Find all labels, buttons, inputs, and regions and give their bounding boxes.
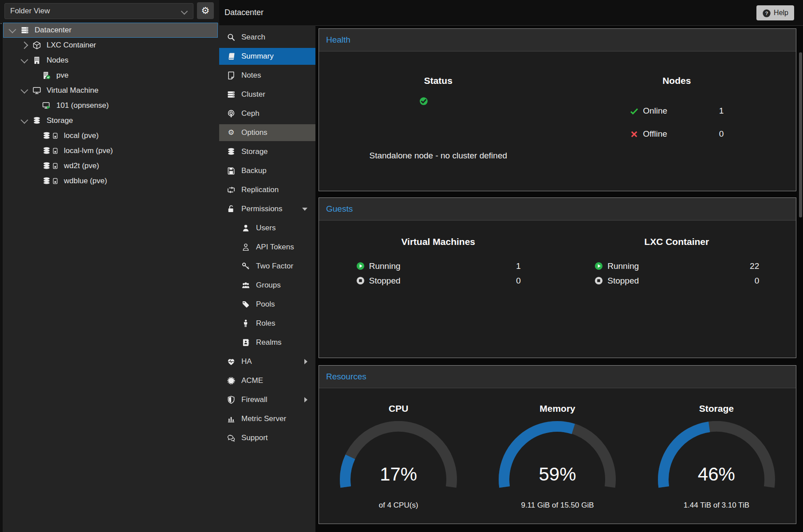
menu-item-label: Cluster bbox=[241, 90, 265, 99]
book-icon bbox=[227, 52, 236, 61]
menu-item-summary[interactable]: Summary bbox=[219, 48, 315, 65]
tree-item-datacenter[interactable]: Datacenter bbox=[3, 23, 218, 38]
gauge-percent: 59% bbox=[491, 464, 624, 485]
menu-item-notes[interactable]: Notes bbox=[219, 67, 315, 84]
tree-item-virtual-machine[interactable]: Virtual Machine bbox=[3, 83, 218, 98]
caret-right-icon bbox=[304, 397, 307, 402]
tree-item-pve[interactable]: pve bbox=[3, 68, 218, 83]
menu-item-options[interactable]: ⚙Options bbox=[219, 124, 315, 141]
tree-item-lxc-container[interactable]: LXC Container bbox=[3, 38, 218, 53]
status-row-label: Stopped bbox=[369, 276, 401, 286]
menu-item-firewall[interactable]: Firewall bbox=[219, 391, 315, 408]
gauge-percent: 46% bbox=[650, 464, 783, 485]
unlock-icon bbox=[227, 205, 236, 213]
shield-icon bbox=[227, 395, 236, 404]
status-row-value: 0 bbox=[516, 276, 521, 286]
chevron-right-icon[interactable] bbox=[21, 42, 28, 49]
drive-icon bbox=[52, 162, 59, 170]
chevron-down-icon[interactable] bbox=[21, 116, 28, 124]
health-panel-body: Status Standalone node - no cluster defi… bbox=[319, 51, 796, 161]
resource-tree: DatacenterLXC ContainerNodespveVirtual M… bbox=[3, 23, 218, 189]
status-row-label: Running bbox=[607, 261, 639, 271]
tree-item-101-opnsense[interactable]: 101 (opnsense) bbox=[3, 98, 218, 113]
database-icon bbox=[42, 162, 51, 170]
gauge-arc: 46% bbox=[650, 421, 783, 490]
tree-item-label: LXC Container bbox=[47, 41, 96, 50]
key-icon bbox=[241, 262, 250, 271]
search-icon bbox=[227, 33, 236, 42]
server-icon bbox=[20, 26, 29, 35]
ceph-icon bbox=[227, 109, 236, 118]
gauge-arc: 59% bbox=[491, 421, 624, 490]
menu-item-realms[interactable]: Realms bbox=[219, 334, 315, 351]
menu-item-label: Ceph bbox=[241, 109, 260, 118]
tree-item-label: Nodes bbox=[47, 56, 68, 65]
cube-icon bbox=[32, 41, 41, 50]
help-button-label: Help bbox=[774, 9, 788, 17]
menu-item-acme[interactable]: ACME bbox=[219, 372, 315, 389]
tree-settings-button[interactable]: ⚙ bbox=[197, 2, 214, 19]
drive-icon bbox=[52, 131, 59, 140]
guests-column-lxc-container: LXC ContainerRunning22Stopped0 bbox=[558, 221, 796, 288]
building-icon bbox=[32, 56, 41, 65]
tree-item-label: 101 (opnsense) bbox=[56, 101, 109, 110]
vm-running-icon bbox=[42, 101, 51, 110]
menu-item-api-tokens[interactable]: API Tokens bbox=[219, 239, 315, 256]
guests-panel-body: Virtual MachinesRunning1Stopped0LXC Cont… bbox=[319, 221, 796, 288]
tree-item-wdblue-pve[interactable]: wdblue (pve) bbox=[3, 173, 218, 189]
chevron-down-icon[interactable] bbox=[21, 86, 28, 94]
status-row-label: Offline bbox=[643, 129, 667, 139]
menu-item-pools[interactable]: Pools bbox=[219, 296, 315, 313]
tree-item-label: wdblue (pve) bbox=[64, 177, 107, 185]
tree-item-nodes[interactable]: Nodes bbox=[3, 53, 218, 68]
chevron-down-icon[interactable] bbox=[21, 56, 28, 63]
menu-item-metric-server[interactable]: Metric Server bbox=[219, 410, 315, 427]
view-mode-select[interactable]: Folder View bbox=[4, 3, 193, 19]
menu-item-permissions[interactable]: Permissions bbox=[219, 201, 315, 217]
tree-item-wd2t-pve[interactable]: wd2t (pve) bbox=[3, 158, 218, 173]
status-row-online: Online1 bbox=[630, 99, 724, 122]
tree-item-storage[interactable]: Storage bbox=[3, 113, 218, 128]
menu-item-users[interactable]: Users bbox=[219, 220, 315, 236]
help-button[interactable]: ? Help bbox=[756, 5, 794, 20]
menu-item-cluster[interactable]: Cluster bbox=[219, 86, 315, 103]
node-online-icon bbox=[42, 71, 51, 80]
proxmox-app: Folder View ⚙ DatacenterLXC ContainerNod… bbox=[0, 0, 803, 532]
content-header-bar: Datacenter ? Help bbox=[219, 0, 803, 25]
health-status-column: Status Standalone node - no cluster defi… bbox=[319, 51, 558, 161]
page-title: Datacenter bbox=[219, 8, 264, 17]
menu-item-ceph[interactable]: Ceph bbox=[219, 105, 315, 122]
menu-item-two-factor[interactable]: Two Factor bbox=[219, 258, 315, 275]
chevron-down-icon[interactable] bbox=[9, 26, 16, 33]
menu-item-replication[interactable]: Replication bbox=[219, 181, 315, 198]
person-icon bbox=[241, 319, 250, 328]
status-row-running: Running1 bbox=[356, 259, 521, 273]
caret-right-icon bbox=[304, 359, 307, 364]
menu-item-groups[interactable]: Groups bbox=[219, 277, 315, 294]
tree-item-local-lvm-pve[interactable]: local-lvm (pve) bbox=[3, 143, 218, 158]
menu-item-label: API Tokens bbox=[256, 243, 294, 252]
resources-panel-body: CPU17%of 4 CPU(s)Memory59%9.11 GiB of 15… bbox=[319, 388, 796, 510]
menu-item-storage[interactable]: Storage bbox=[219, 143, 315, 160]
menu-item-search[interactable]: Search bbox=[219, 29, 315, 46]
menu-item-label: Notes bbox=[241, 71, 261, 80]
menu-item-support[interactable]: Support bbox=[219, 430, 315, 446]
menu-item-roles[interactable]: Roles bbox=[219, 315, 315, 332]
menu-item-label: Metric Server bbox=[241, 414, 286, 423]
datacenter-menu: SearchSummaryNotesClusterCeph⚙OptionsSto… bbox=[219, 25, 315, 532]
display-icon bbox=[32, 86, 41, 95]
gauge-detail: 9.11 GiB of 15.50 GiB bbox=[521, 501, 594, 510]
menu-item-backup[interactable]: Backup bbox=[219, 162, 315, 179]
play-circle-icon bbox=[594, 261, 603, 271]
tree-item-local-pve[interactable]: local (pve) bbox=[3, 128, 218, 143]
vertical-scrollbar[interactable] bbox=[799, 52, 802, 217]
gauge-arc: 17% bbox=[332, 421, 465, 490]
bar-chart-icon bbox=[227, 414, 236, 423]
heartbeat-icon bbox=[227, 357, 236, 366]
replication-icon bbox=[227, 185, 236, 194]
stop-circle-icon bbox=[594, 276, 603, 285]
menu-item-label: Support bbox=[241, 433, 268, 442]
tree-item-label: Storage bbox=[47, 116, 73, 125]
menu-item-ha[interactable]: HA bbox=[219, 353, 315, 370]
health-nodes-column: Nodes Online1Offline0 bbox=[558, 51, 796, 161]
